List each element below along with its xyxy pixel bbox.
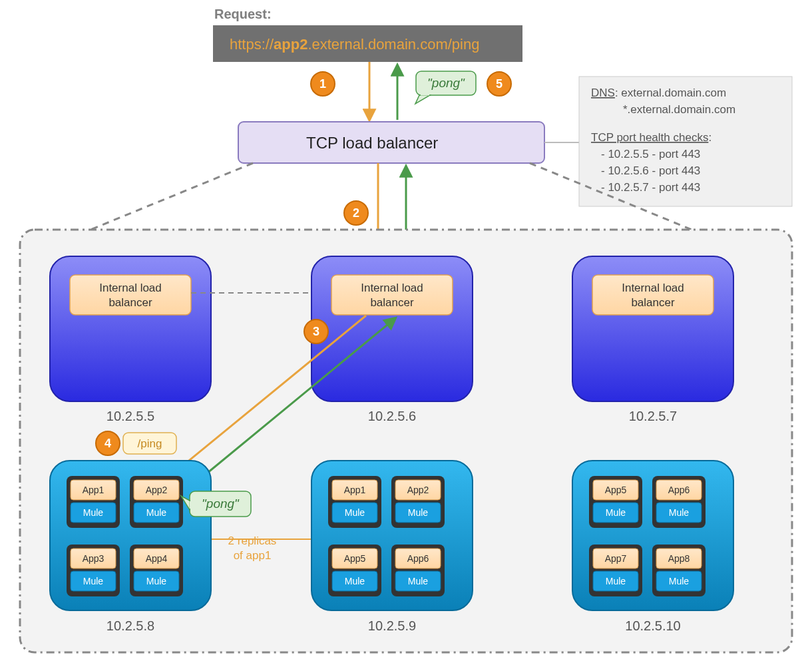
replicas-label-2: of app1 xyxy=(234,549,272,562)
node-top-2: Internal load balancer 10.2.5.7 xyxy=(572,256,733,423)
ilb-label-2: Internal load xyxy=(622,282,684,294)
info-check-0: - 10.2.5.5 - port 443 xyxy=(601,148,700,160)
step-3-num: 3 xyxy=(313,325,319,338)
svg-text:App5: App5 xyxy=(344,553,366,564)
svg-rect-10 xyxy=(592,275,713,315)
pong-bubble-app: "pong" xyxy=(181,491,251,517)
svg-text:Mule: Mule xyxy=(345,507,365,518)
svg-text:Mule: Mule xyxy=(408,576,429,586)
svg-text:App2: App2 xyxy=(146,485,168,495)
svg-text:Mule: Mule xyxy=(83,507,104,518)
svg-text:App3: App3 xyxy=(83,553,104,564)
pong-bubble-top: "pong" xyxy=(415,71,476,104)
svg-text:Mule: Mule xyxy=(606,576,626,586)
info-dns-wild: *.external.domain.com xyxy=(623,103,735,116)
step-5-num: 5 xyxy=(496,77,503,91)
svg-text:Mule: Mule xyxy=(345,576,365,586)
ping-bubble: /ping xyxy=(123,433,176,454)
ip-top-2: 10.2.5.7 xyxy=(629,409,677,423)
node-bottom-0: App1 Mule App2 Mule App3 Mule App4 Mule … xyxy=(50,461,211,633)
svg-text:Mule: Mule xyxy=(669,507,690,518)
svg-text:App6: App6 xyxy=(668,485,690,495)
svg-text:Mule: Mule xyxy=(146,507,167,518)
svg-text:"pong": "pong" xyxy=(202,497,240,511)
svg-text:"pong": "pong" xyxy=(427,76,465,90)
svg-text:App8: App8 xyxy=(668,553,690,564)
replicas-label-1: 2 replicas xyxy=(228,535,277,547)
diagram-canvas: Request: https://app2.external.domain.co… xyxy=(0,0,812,663)
node-bottom-2: App5 Mule App6 Mule App7 Mule App8 Mule … xyxy=(572,461,733,633)
ip-top-1: 10.2.5.6 xyxy=(368,409,416,423)
svg-text:App1: App1 xyxy=(344,485,366,495)
svg-text:App6: App6 xyxy=(407,553,429,564)
svg-text:Mule: Mule xyxy=(669,576,690,586)
ip-bottom-0: 10.2.5.8 xyxy=(106,618,154,633)
ilb-label-0: Internal load xyxy=(99,282,162,294)
node-bottom-1: App1 Mule App2 Mule App5 Mule App6 Mule … xyxy=(311,461,473,633)
info-dns: DNS: external.domain.com xyxy=(591,87,726,99)
ip-bottom-1: 10.2.5.9 xyxy=(368,618,416,633)
step-4-num: 4 xyxy=(104,437,111,450)
svg-text:Mule: Mule xyxy=(83,576,104,586)
svg-text:Mule: Mule xyxy=(606,507,626,518)
ip-top-0: 10.2.5.5 xyxy=(106,409,154,423)
svg-text:App4: App4 xyxy=(146,553,168,564)
ilb-label-1: Internal load xyxy=(361,282,423,294)
svg-text:balancer: balancer xyxy=(631,296,675,309)
info-check-1: - 10.2.5.6 - port 443 xyxy=(601,164,700,177)
svg-text:App7: App7 xyxy=(605,553,627,564)
request-url: https://app2.external.domain.com/ping xyxy=(230,36,479,53)
svg-text:App5: App5 xyxy=(605,485,627,495)
info-health-label: TCP port health checks: xyxy=(591,131,711,144)
node-top-0: Internal load balancer 10.2.5.5 xyxy=(50,256,211,423)
svg-text:balancer: balancer xyxy=(108,296,152,309)
svg-text:App1: App1 xyxy=(83,485,104,495)
svg-text:/ping: /ping xyxy=(138,437,162,450)
svg-text:App2: App2 xyxy=(407,485,429,495)
svg-text:balancer: balancer xyxy=(370,296,414,309)
ip-bottom-2: 10.2.5.10 xyxy=(625,618,680,633)
svg-text:Mule: Mule xyxy=(146,576,167,586)
svg-text:Mule: Mule xyxy=(408,507,429,518)
step-2-num: 2 xyxy=(353,206,359,220)
svg-rect-3 xyxy=(70,275,191,315)
tcp-lb-label: TCP load balancer xyxy=(306,134,438,152)
info-check-2: - 10.2.5.7 - port 443 xyxy=(601,181,700,194)
svg-rect-7 xyxy=(331,275,453,315)
step-1-num: 1 xyxy=(319,77,326,91)
request-label: Request: xyxy=(214,7,272,21)
